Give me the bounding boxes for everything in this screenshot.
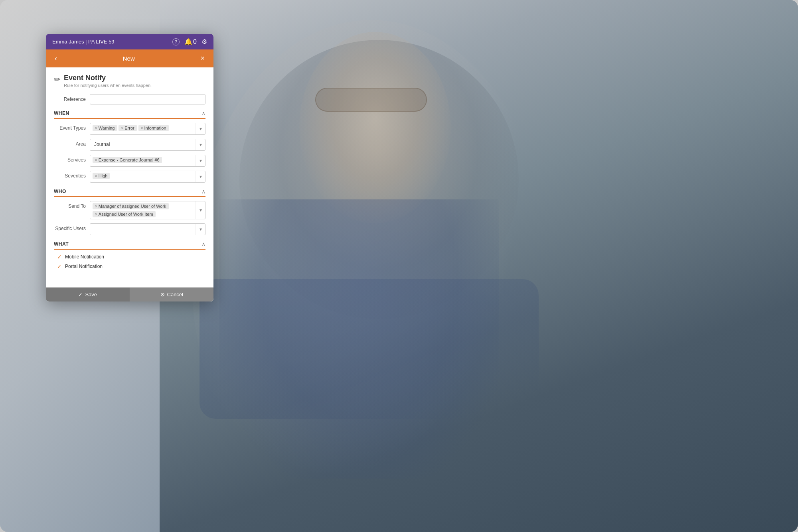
severities-select[interactable]: × High ▾ <box>90 171 205 183</box>
event-types-label: Event Types <box>54 123 90 131</box>
services-row: Services × Expense - Generate Journal #6… <box>54 155 205 167</box>
what-title: WHAT <box>54 241 69 247</box>
tag-assigned-user: × Assigned User of Work Item <box>93 211 156 217</box>
form-title-text: Event Notify Rule for notifying users wh… <box>64 74 152 88</box>
modal-footer: ✓ Save ⊗ Cancel <box>46 287 213 301</box>
who-toggle[interactable]: ∧ <box>201 188 205 195</box>
header-icons: ? 🔔 0 ⚙ <box>172 38 207 45</box>
portal-check-icon: ✓ <box>57 263 62 270</box>
reference-input[interactable] <box>90 94 205 104</box>
services-control: × Expense - Generate Journal #6 ▾ <box>90 155 205 167</box>
back-button[interactable]: ‹ <box>52 53 59 63</box>
specific-users-select[interactable]: ▾ <box>90 223 205 235</box>
portal-notification-row: ✓ Portal Notification <box>54 263 205 270</box>
mobile-check-icon: ✓ <box>57 254 62 260</box>
tag-high: × High <box>93 173 110 179</box>
event-types-control: × Warning × Error × Information ▾ <box>90 123 205 135</box>
send-to-control: × Manager of assigned User of Work × Ass… <box>90 201 205 219</box>
event-types-select[interactable]: × Warning × Error × Information ▾ <box>90 123 205 135</box>
save-label: Save <box>85 292 97 298</box>
specific-users-dropdown[interactable]: ▾ <box>196 224 205 235</box>
cancel-button[interactable]: ⊗ Cancel <box>130 288 214 301</box>
mobile-notification-label: Mobile Notification <box>65 254 104 260</box>
form-body: ✏ Event Notify Rule for notifying users … <box>46 67 213 287</box>
reference-control <box>90 94 205 104</box>
close-button[interactable]: × <box>198 53 207 63</box>
tag-error-remove[interactable]: × <box>121 126 123 130</box>
tag-error: × Error <box>119 125 136 131</box>
back-icon: ‹ <box>55 54 57 62</box>
event-types-dropdown[interactable]: ▾ <box>196 123 205 134</box>
save-icon: ✓ <box>78 292 83 298</box>
save-button[interactable]: ✓ Save <box>46 288 130 301</box>
close-icon: × <box>200 54 205 62</box>
tag-expense-remove[interactable]: × <box>95 158 97 162</box>
form-title-area: ✏ Event Notify Rule for notifying users … <box>54 74 205 88</box>
tag-high-remove[interactable]: × <box>95 174 97 178</box>
user-info: Emma James | PA LIVE 59 <box>52 39 115 45</box>
severities-row: Severities × High ▾ <box>54 171 205 183</box>
what-toggle[interactable]: ∧ <box>201 241 205 247</box>
send-to-dropdown[interactable]: ▾ <box>196 201 205 219</box>
services-label: Services <box>54 155 90 163</box>
area-value: Journal <box>93 141 111 148</box>
area-select[interactable]: Journal ▾ <box>90 139 205 151</box>
tag-manager-label: Manager of assigned User of Work <box>99 204 166 209</box>
bell-icon: 🔔 <box>184 38 192 45</box>
who-title: WHO <box>54 189 66 194</box>
send-to-tags: × Manager of assigned User of Work × Ass… <box>90 201 196 219</box>
tag-information: × Information <box>138 125 169 131</box>
mobile-notification-row: ✓ Mobile Notification <box>54 254 205 260</box>
help-button[interactable]: ? <box>172 38 180 45</box>
severities-dropdown[interactable]: ▾ <box>196 171 205 182</box>
cancel-label: Cancel <box>167 292 183 298</box>
tag-manager: × Manager of assigned User of Work <box>93 203 169 209</box>
when-section-header: WHEN ∧ <box>54 110 205 119</box>
send-to-label: Send To <box>54 201 90 209</box>
services-select[interactable]: × Expense - Generate Journal #6 ▾ <box>90 155 205 167</box>
when-title: WHEN <box>54 110 69 116</box>
portal-notification-label: Portal Notification <box>65 264 103 269</box>
notification-button[interactable]: 🔔 0 <box>184 38 197 45</box>
background-photo <box>160 0 798 532</box>
specific-users-label: Specific Users <box>54 223 90 231</box>
user-label: Emma James | PA LIVE 59 <box>52 39 115 45</box>
tag-information-label: Information <box>144 126 166 130</box>
tag-high-label: High <box>99 173 108 178</box>
send-to-select[interactable]: × Manager of assigned User of Work × Ass… <box>90 201 205 219</box>
modal: Emma James | PA LIVE 59 ? 🔔 0 ⚙ ‹ New × <box>46 34 213 301</box>
tag-assigned-remove[interactable]: × <box>95 212 97 217</box>
area-control: Journal ▾ <box>90 139 205 151</box>
area-row: Area Journal ▾ <box>54 139 205 151</box>
tag-warning: × Warning <box>93 125 117 131</box>
specific-users-tags <box>90 224 196 227</box>
modal-title: New <box>59 55 198 62</box>
cancel-icon: ⊗ <box>160 292 165 298</box>
reference-row: Reference <box>54 94 205 104</box>
reference-label: Reference <box>54 94 90 102</box>
form-title: Event Notify <box>64 74 152 82</box>
tag-warning-remove[interactable]: × <box>95 126 97 130</box>
tag-error-label: Error <box>124 126 134 130</box>
tag-expense-label: Expense - Generate Journal #6 <box>99 158 160 162</box>
notification-count: 0 <box>193 38 197 45</box>
gear-icon: ⚙ <box>201 38 207 45</box>
tag-warning-label: Warning <box>99 126 115 130</box>
event-types-tags: × Warning × Error × Information <box>90 123 196 133</box>
area-tags: Journal <box>90 139 196 150</box>
services-tags: × Expense - Generate Journal #6 <box>90 155 196 165</box>
spacer <box>54 273 205 281</box>
settings-button[interactable]: ⚙ <box>201 38 207 45</box>
tag-manager-remove[interactable]: × <box>95 204 97 209</box>
what-section-header: WHAT ∧ <box>54 241 205 250</box>
tag-assigned-label: Assigned User of Work Item <box>99 212 153 217</box>
services-dropdown[interactable]: ▾ <box>196 155 205 166</box>
when-toggle[interactable]: ∧ <box>201 110 205 116</box>
tag-information-remove[interactable]: × <box>141 126 143 130</box>
event-types-row: Event Types × Warning × Error × <box>54 123 205 135</box>
area-dropdown[interactable]: ▾ <box>196 139 205 150</box>
tag-expense-journal: × Expense - Generate Journal #6 <box>93 157 162 163</box>
help-icon: ? <box>172 38 180 45</box>
modal-title-bar: ‹ New × <box>46 49 213 67</box>
send-to-row: Send To × Manager of assigned User of Wo… <box>54 201 205 219</box>
